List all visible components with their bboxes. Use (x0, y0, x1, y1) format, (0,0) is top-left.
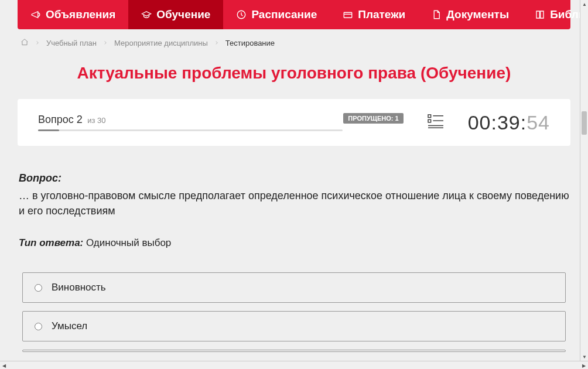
answer-option[interactable]: Виновность (22, 272, 566, 303)
breadcrumb: Учебный план Мероприятие дисциплины Тест… (18, 29, 570, 57)
question-number: Вопрос 2 (38, 114, 83, 125)
nav-documents[interactable]: Документы (418, 0, 522, 29)
horizontal-scrollbar[interactable]: ◀ ▶ (0, 361, 588, 369)
nav-library[interactable]: Библиотека (522, 0, 588, 29)
scroll-down-icon[interactable]: ▼ (580, 353, 588, 361)
nav-label: Расписание (251, 8, 317, 21)
svg-rect-1 (344, 12, 352, 18)
scroll-track[interactable] (580, 8, 588, 353)
answer-radio[interactable] (35, 323, 42, 330)
book-icon (535, 9, 545, 20)
scroll-thumb[interactable] (582, 111, 587, 135)
scroll-left-icon[interactable]: ◀ (0, 361, 8, 369)
question-area: Вопрос: … в уголовно-правовом смысле пре… (18, 172, 570, 352)
scroll-up-icon[interactable]: ▲ (580, 0, 588, 8)
answer-option[interactable]: Умысел (22, 311, 566, 341)
breadcrumb-link-plan[interactable]: Учебный план (46, 39, 97, 47)
nav-label: Платежи (358, 8, 405, 21)
answer-text: Умысел (52, 320, 87, 332)
answer-type-label: Тип ответа: (19, 237, 83, 248)
answer-text: Виновность (52, 282, 106, 293)
svg-rect-3 (428, 119, 431, 122)
breadcrumb-current: Тестирование (225, 39, 275, 47)
breadcrumb-link-event[interactable]: Мероприятие дисциплины (114, 39, 208, 47)
clock-icon (236, 9, 247, 20)
page-title: Актуальные проблемы уголовного права (Об… (18, 64, 570, 83)
answer-radio[interactable] (35, 284, 42, 292)
nav-label: Объявления (46, 8, 115, 21)
home-icon[interactable] (20, 38, 29, 48)
megaphone-icon (30, 9, 41, 20)
scroll-right-icon[interactable]: ▶ (580, 361, 588, 369)
main-nav: Объявления Обучение Расписание Платежи Д… (18, 0, 570, 29)
question-list-button[interactable] (427, 114, 445, 131)
svg-rect-2 (428, 115, 431, 118)
timer-main: 00:39: (468, 111, 527, 134)
payment-icon (343, 9, 353, 20)
nav-learning[interactable]: Обучение (128, 0, 223, 29)
timer: 00:39:54 (468, 111, 550, 134)
progress-bar (38, 129, 343, 131)
document-icon (431, 9, 442, 20)
nav-payments[interactable]: Платежи (330, 0, 418, 29)
progress-fill (38, 129, 59, 131)
question-text: … в уголовно-правовом смысле предполагае… (19, 188, 569, 218)
skipped-badge: ПРОПУЩЕНО: 1 (343, 113, 403, 124)
nav-label: Документы (446, 8, 509, 21)
nav-schedule[interactable]: Расписание (223, 0, 330, 29)
question-total: из 30 (87, 116, 105, 125)
status-bar: Вопрос 2 из 30 ПРОПУЩЕНО: 1 00:39:54 (18, 99, 570, 146)
chevron-right-icon (214, 39, 220, 47)
graduation-icon (141, 9, 152, 20)
nav-label: Обучение (156, 8, 210, 21)
answers-list: Виновность Умысел (19, 272, 569, 352)
nav-announcements[interactable]: Объявления (18, 0, 128, 29)
timer-seconds: 54 (527, 111, 550, 134)
answer-type: Тип ответа: Одиночный выбор (19, 237, 569, 249)
chevron-right-icon (102, 39, 108, 47)
vertical-scrollbar[interactable]: ▲ ▼ (580, 0, 588, 361)
chevron-right-icon (35, 39, 40, 47)
question-heading: Вопрос: (19, 172, 569, 184)
answer-type-value: Одиночный выбор (83, 237, 171, 248)
scroll-track[interactable] (8, 361, 580, 369)
answer-option-partial (22, 350, 566, 352)
